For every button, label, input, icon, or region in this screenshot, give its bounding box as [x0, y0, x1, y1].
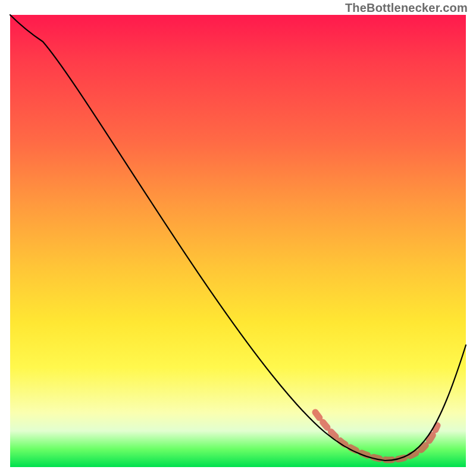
bottleneck-curve [10, 15, 466, 461]
valley-dash-markers [315, 412, 437, 460]
watermark-text: TheBottlenecker.com [345, 1, 468, 15]
chart-root: TheBottlenecker.com [0, 0, 476, 476]
chart-overlay [10, 15, 466, 467]
